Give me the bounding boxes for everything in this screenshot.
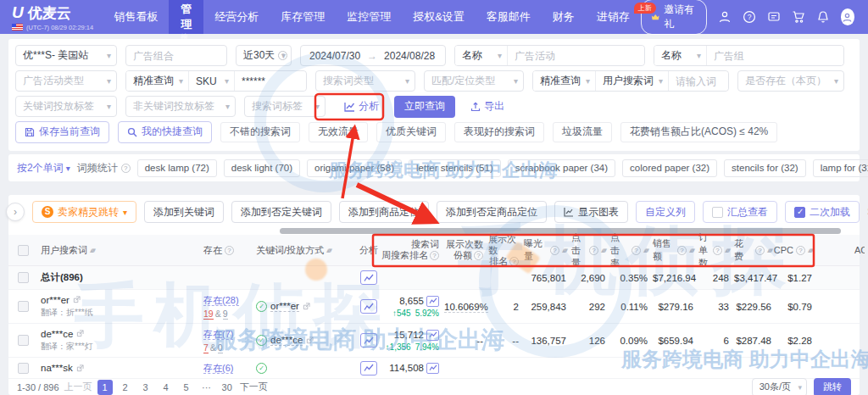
word-tag[interactable]: lamp for (31) [813, 159, 868, 177]
page-size-select[interactable]: 30条/页 [752, 378, 807, 395]
sku-query-mode-select[interactable]: 精准查询 [126, 71, 189, 91]
add-to-product-targeting-button[interactable]: 添加到商品定位 [339, 201, 429, 223]
non-keyword-tag-select[interactable]: 非关键词投放标签 [125, 96, 236, 117]
sort-icon[interactable] [90, 247, 94, 254]
nav-item-sales-board[interactable]: 销售看板 [103, 9, 169, 25]
col-keyword[interactable]: 关键词/投放方式 [256, 244, 356, 257]
summary-view-toggle[interactable]: 汇总查看 [703, 201, 777, 223]
word-tag[interactable]: letter stencils (51) [409, 159, 501, 177]
keyword-tag-select[interactable]: 关键词投放标签 [15, 96, 117, 117]
sort-icon[interactable] [725, 247, 729, 254]
save-query-button[interactable]: 保存当前查询 [15, 121, 109, 143]
nav-item-ad-management[interactable]: 广告管理 搜索词 [169, 0, 203, 34]
exist-link[interactable]: 存在(28) [203, 295, 239, 306]
custom-columns-button[interactable]: 自定义列 [636, 201, 695, 223]
sort-icon[interactable] [601, 247, 605, 254]
word-input[interactable] [669, 71, 728, 91]
row-checkbox[interactable] [18, 301, 29, 312]
exist-link[interactable]: 存在(7) [203, 329, 233, 340]
analyze-button[interactable]: 分析 [337, 96, 386, 117]
col-ctr[interactable]: 点击率? [610, 231, 653, 270]
col-sales[interactable]: 销售额? [653, 237, 698, 263]
select-all-checkbox[interactable] [18, 245, 29, 256]
avatar[interactable] [841, 8, 854, 25]
bell-icon[interactable] [816, 10, 830, 25]
analysis-chart-button[interactable] [360, 361, 377, 376]
searchterm-text[interactable]: de***ce [41, 329, 73, 339]
row-checkbox[interactable] [18, 363, 29, 374]
nav-item-erp[interactable]: 进销存 上新 [586, 9, 641, 25]
show-chart-button[interactable]: 显示图表 [554, 201, 628, 223]
summary-view-checkbox[interactable] [712, 207, 723, 218]
external-link-icon[interactable] [306, 337, 314, 344]
col-acos[interactable]: ACOS [817, 245, 865, 255]
sort-icon[interactable] [767, 247, 771, 254]
adgroup-input[interactable] [707, 46, 843, 65]
col-clicks[interactable]: 点击量? [571, 231, 610, 270]
feedback-icon[interactable] [767, 10, 781, 25]
external-link-icon[interactable] [303, 303, 310, 310]
keyword-link[interactable]: or***er [270, 301, 299, 312]
col-orders[interactable]: 订单数? [698, 231, 734, 270]
row-checkbox[interactable] [18, 335, 29, 346]
sort-icon[interactable] [562, 247, 566, 254]
quick-tag-invalid-traffic[interactable]: 无效流量 [309, 122, 368, 142]
quick-tag-junk-traffic[interactable]: 垃圾流量 [553, 122, 612, 142]
sort-icon[interactable] [326, 247, 331, 254]
sort-icon[interactable] [689, 247, 693, 254]
campaign-input[interactable] [508, 46, 644, 65]
nav-item-customer-email[interactable]: 客服邮件 [476, 9, 542, 25]
word-tag[interactable]: colored paper (32) [622, 159, 717, 177]
second-load-checkbox[interactable] [794, 207, 805, 218]
nav-item-monitoring[interactable]: 监控管理 [336, 9, 402, 25]
external-link-icon[interactable] [76, 364, 84, 372]
quick-tag-quality-keywords[interactable]: 优质关键词 [376, 122, 446, 142]
external-link-icon[interactable] [76, 330, 84, 337]
nav-item-business-analysis[interactable]: 经营分析 [203, 9, 270, 25]
word-tag[interactable]: desk light (70) [224, 159, 300, 177]
page-button-5[interactable]: 5 [179, 380, 194, 395]
match-type-select[interactable]: 匹配/定位类型 [424, 70, 524, 92]
analysis-chart-button[interactable] [360, 299, 377, 314]
page-button-1[interactable]: 1 [97, 380, 113, 395]
word-tag[interactable]: stencils for (32) [724, 159, 806, 177]
col-impressions[interactable]: 曝光量? [524, 237, 571, 263]
keyword-link[interactable]: de***ce [270, 335, 303, 346]
shop-select[interactable]: 优***S- 美国站 [15, 45, 117, 66]
jump-button[interactable]: 跳转 [814, 378, 851, 395]
add-to-negative-keywords-button[interactable]: 添加到否定关键词 [231, 201, 331, 223]
next-page-button[interactable]: 下一页 [240, 381, 268, 393]
rank-trend-button[interactable] [426, 330, 439, 341]
word-field-select[interactable]: 用户搜索词 [596, 71, 669, 91]
page-button-4[interactable]: 4 [159, 380, 174, 395]
word-query-mode-select[interactable]: 精准查询 [533, 71, 596, 91]
word-tag[interactable]: scrapbook paper (34) [508, 159, 615, 177]
cart-icon[interactable] [792, 10, 805, 25]
page-ellipsis[interactable]: ··· [199, 380, 214, 395]
quick-tag-good-searchterms[interactable]: 表现好的搜索词 [454, 122, 544, 142]
quick-tag-acos[interactable]: 花费销售额占比(ACOS) ≤ 42% [620, 122, 777, 142]
external-link-icon[interactable] [73, 296, 81, 303]
horizontal-scrollbar[interactable] [280, 228, 841, 234]
sku-input[interactable] [235, 71, 306, 91]
page-button-30[interactable]: 30 [220, 380, 235, 395]
col-cpc[interactable]: CPC? [776, 245, 817, 255]
searchterm-tag-select[interactable]: 搜索词标签 [244, 96, 326, 117]
sort-icon[interactable] [643, 247, 648, 254]
wordfreq-by-select[interactable]: 按2个单词 [17, 161, 70, 175]
prev-page-button[interactable]: 上一页 [64, 381, 92, 393]
impression-share-value[interactable]: 10.6069% [444, 302, 488, 313]
sellersprite-button[interactable]: S 卖家精灵跳转 [32, 201, 136, 223]
analysis-chart-button[interactable] [360, 270, 377, 285]
col-user-searchterm[interactable]: 用户搜索词 [37, 244, 203, 257]
searchterm-text[interactable]: or***er [41, 295, 70, 305]
user-icon[interactable] [718, 10, 732, 25]
second-load-toggle[interactable]: 二次加载 [785, 201, 860, 223]
campaign-type-select[interactable]: 广告活动类型 [15, 70, 117, 92]
word-tag[interactable]: origami paper (58) [307, 159, 402, 177]
exists-select[interactable]: 是否存在（本页） [737, 70, 844, 92]
logo[interactable]: U 优麦云 (UTC-7) 08/29 02:29:14 [0, 3, 103, 31]
page-button-3[interactable]: 3 [138, 380, 153, 395]
date-preset-select[interactable]: 近30天? [236, 45, 292, 66]
adgroup-name-mode-select[interactable]: 名称 [654, 46, 707, 65]
